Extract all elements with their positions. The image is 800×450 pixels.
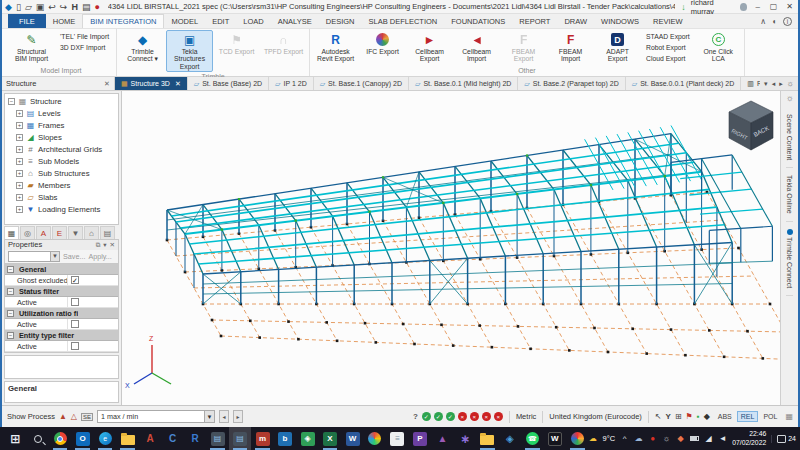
- help-icon[interactable]: ?: [413, 412, 418, 422]
- ribbon-button-3d-dxf-import[interactable]: 3D DXF Import: [57, 43, 112, 52]
- float-panel-icon[interactable]: ⧉: [96, 241, 101, 249]
- taskbar-icon-edge[interactable]: e: [94, 427, 116, 450]
- taskbar-icon-bluebeam[interactable]: b: [274, 427, 296, 450]
- taskbar-icon-puzzle[interactable]: [566, 427, 588, 450]
- structure-panel-close-icon[interactable]: ✕: [104, 80, 110, 88]
- tree-item-slabs[interactable]: +▱Slabs: [5, 191, 118, 203]
- tree-item-sub-models[interactable]: +≡Sub Models: [5, 155, 118, 167]
- ribbon-tab-windows[interactable]: WINDOWS: [594, 14, 646, 28]
- sidebar-tab-tekla-online[interactable]: Tekla Online: [786, 168, 793, 222]
- tree-item-frames[interactable]: +▦Frames: [5, 119, 118, 131]
- status-ok-icon[interactable]: ✓: [446, 412, 455, 421]
- process-flag-icon[interactable]: △: [71, 412, 77, 422]
- property-section-entity-type-filter[interactable]: −Entity type filter: [5, 330, 118, 341]
- view-tab-st-base-base-2d[interactable]: ▱St. Base (Base) 2D: [188, 77, 269, 90]
- taskbar-icon-paint[interactable]: [364, 427, 386, 450]
- sidebar-gear-icon[interactable]: ☼: [785, 93, 793, 107]
- taskbar-icon-search[interactable]: [26, 427, 48, 450]
- new-file-icon[interactable]: ▯: [16, 2, 21, 12]
- ribbon-button-ifc-export[interactable]: IFC Export: [359, 30, 406, 66]
- info-icon[interactable]: i: [783, 17, 792, 26]
- tab-list-icon[interactable]: ▾: [764, 80, 768, 88]
- view-tab-structure-3d[interactable]: ▦Structure 3D✕: [115, 77, 188, 90]
- restore-button[interactable]: ▢: [768, 2, 779, 11]
- save-icon[interactable]: ▣: [36, 2, 45, 12]
- ribbon-tab-model[interactable]: MODEL: [164, 14, 205, 28]
- status-error-icon[interactable]: ×: [458, 412, 467, 421]
- property-section-status-filter[interactable]: −Status filter: [5, 286, 118, 297]
- close-panel-icon[interactable]: ✕: [110, 241, 115, 249]
- tree-item-loading-elements[interactable]: +▼Loading Elements: [5, 203, 118, 215]
- taskbar-icon-word[interactable]: W: [341, 427, 363, 450]
- select-branch-icon[interactable]: Y: [666, 412, 671, 422]
- panel-tab-analysis-icon[interactable]: A: [36, 226, 51, 239]
- ribbon-button-cloud-export[interactable]: Cloud Export: [643, 54, 693, 63]
- ribbon-button-fbeam-import[interactable]: FFBEAM Import: [547, 30, 594, 66]
- tree-item-architectural-grids[interactable]: +#Architectural Grids: [5, 143, 118, 155]
- taskbar-icon-tekla-tedds[interactable]: ▤: [206, 427, 228, 450]
- ribbon-tab-bim-integration[interactable]: BIM INTEGRATION: [82, 14, 164, 28]
- view-tab-review-data[interactable]: ▥Review Data: [741, 77, 760, 90]
- taskbar-icon-explorer[interactable]: [116, 427, 138, 450]
- tree-item-slopes[interactable]: +◢Slopes: [5, 131, 118, 143]
- ribbon-tab-file[interactable]: FILE: [8, 14, 46, 28]
- close-button[interactable]: ✕: [784, 2, 795, 11]
- ribbon-button-staad-export[interactable]: STAAD Export: [643, 32, 693, 41]
- find-icon[interactable]: H: [71, 2, 78, 12]
- taskbar-icon-whatsapp[interactable]: ☎: [521, 427, 543, 450]
- sidebar-tab-scene-content[interactable]: Scene Content: [786, 107, 793, 168]
- coord-mode-pol[interactable]: POL: [759, 411, 781, 422]
- panel-tab-filter-icon[interactable]: ▼: [68, 226, 83, 239]
- tree-item-sub-structures[interactable]: +⌂Sub Structures: [5, 167, 118, 179]
- download-status-icon[interactable]: ↓: [681, 2, 686, 12]
- theme-icon[interactable]: ◐: [772, 17, 777, 26]
- panel-tab-structure-icon[interactable]: ▦: [4, 226, 19, 239]
- panel-tab-scene-icon[interactable]: ◎: [20, 226, 35, 239]
- view-tab-ip-1-2d[interactable]: ▱IP 1 2D: [269, 77, 314, 90]
- view-tab-st-base-0-1-mid-height-2d[interactable]: ▱St. Base.0.1 (Mid height) 2D: [409, 77, 518, 90]
- ribbon-tab-slab-deflection[interactable]: SLAB DEFLECTION: [361, 14, 444, 28]
- ribbon-button-structural-bim-import[interactable]: ✎Structural BIM Import: [8, 30, 55, 66]
- teams-alert-icon[interactable]: ●: [648, 434, 657, 443]
- status-ok-icon[interactable]: ✓: [422, 412, 431, 421]
- se-toggle-icon[interactable]: SE: [81, 413, 93, 421]
- taskbar-icon-purple-app[interactable]: P: [409, 427, 431, 450]
- ribbon-tab-analyse[interactable]: ANALYSE: [271, 14, 319, 28]
- expand-icon[interactable]: +: [16, 122, 23, 129]
- print-icon[interactable]: ▤: [82, 2, 91, 12]
- taskbar-icon-3d-viewer[interactable]: ◈: [499, 427, 521, 450]
- prev-result-button[interactable]: ◂: [219, 410, 229, 423]
- record-icon[interactable]: ●: [94, 2, 99, 12]
- pointer-mode-icon[interactable]: ↖: [655, 412, 662, 422]
- tray-expand-icon[interactable]: ^: [620, 434, 629, 443]
- settings-tray-icon[interactable]: ☼: [662, 434, 671, 443]
- expand-icon[interactable]: +: [16, 206, 23, 213]
- flag-icon[interactable]: ⚑: [686, 412, 693, 422]
- user-avatar-icon[interactable]: [740, 3, 747, 11]
- property-section-general[interactable]: −General: [5, 264, 118, 275]
- checkbox[interactable]: [71, 298, 79, 306]
- view-tab-st-base-1-canopy-2d[interactable]: ▱St. Base.1 (Canopy) 2D: [314, 77, 409, 90]
- region-code-label[interactable]: United Kingdom (Eurocode): [549, 412, 642, 421]
- panel-tab-design-icon[interactable]: E: [52, 226, 67, 239]
- ribbon-button-tekla-structures-export[interactable]: ▣Tekla Structures Export: [166, 30, 213, 72]
- ribbon-button-tel-file-import[interactable]: 'TEL' File Import: [57, 32, 112, 41]
- show-process-label[interactable]: Show Process: [7, 412, 55, 421]
- notification-center[interactable]: 24: [771, 435, 796, 443]
- collapse-icon[interactable]: −: [7, 310, 14, 317]
- taskbar-icon-maps[interactable]: ◈: [296, 427, 318, 450]
- ribbon-button-autodesk-revit-export[interactable]: RAutodesk Revit Export: [312, 30, 359, 66]
- chevron-down-icon[interactable]: ▼: [204, 411, 214, 422]
- chevron-down-icon[interactable]: ▼: [50, 252, 59, 261]
- settings-gear-icon[interactable]: ☼: [787, 79, 794, 88]
- checkbox[interactable]: [71, 320, 79, 328]
- redo-icon[interactable]: ↪: [60, 2, 68, 12]
- 3d-viewport[interactable]: RIGHT BACK Z X: [122, 91, 780, 405]
- taskbar-icon-start[interactable]: ⊞: [4, 427, 26, 450]
- panel-tab-members-icon[interactable]: ⌂: [84, 226, 99, 239]
- expand-icon[interactable]: +: [16, 182, 23, 189]
- ribbon-button-fbeam-export[interactable]: FFBEAM Export: [500, 30, 547, 66]
- taskbar-icon-outlook[interactable]: O: [71, 427, 93, 450]
- tree-item-levels[interactable]: +▤Levels: [5, 107, 118, 119]
- taskbar-icon-tw-app[interactable]: W: [544, 427, 566, 450]
